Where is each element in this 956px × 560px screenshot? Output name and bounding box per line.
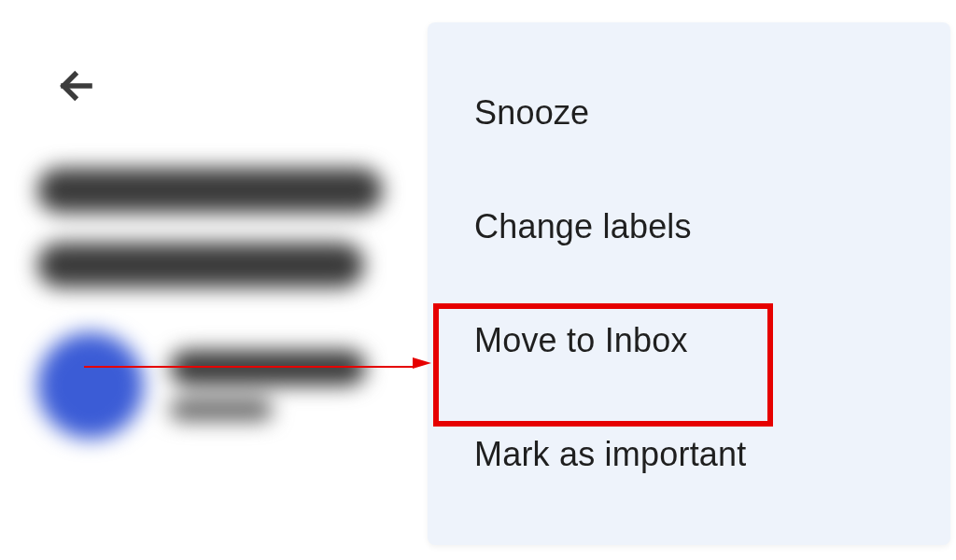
menu-item-snooze[interactable]: Snooze [428,56,950,170]
arrow-left-icon [57,66,96,109]
avatar [37,332,144,439]
email-view-background: Snooze Change labels Move to Inbox Mark … [0,0,956,560]
back-button[interactable] [56,67,97,108]
overflow-menu: Snooze Change labels Move to Inbox Mark … [428,22,950,545]
blurred-email-content [37,168,439,439]
menu-item-move-to-inbox[interactable]: Move to Inbox [428,284,950,398]
menu-item-change-labels[interactable]: Change labels [428,170,950,284]
menu-item-mark-important[interactable]: Mark as important [428,398,950,511]
annotation-arrow [84,362,431,371]
